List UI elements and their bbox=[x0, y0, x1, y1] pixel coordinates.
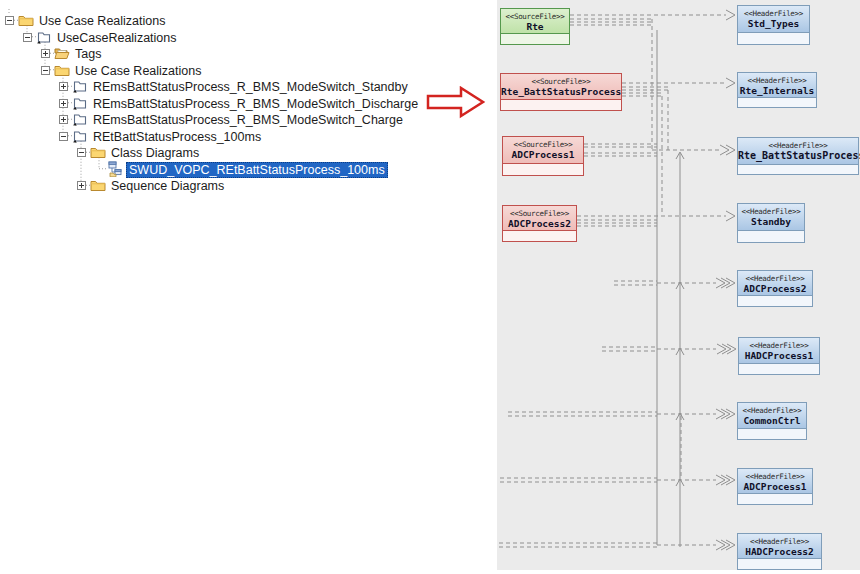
classifier-name: Rte_BattStatusProcess bbox=[501, 86, 621, 98]
tree-item-label[interactable]: SWUD_VOPC_REtBattStatusProcess_100ms bbox=[126, 162, 388, 178]
classifier-name: Rte_Internals bbox=[738, 85, 816, 97]
classifier-name: Rte bbox=[501, 21, 569, 33]
expander-plus-icon[interactable] bbox=[59, 99, 68, 108]
folder-open-icon bbox=[54, 45, 70, 61]
stereotype-label: <<HeaderFile>> bbox=[738, 403, 806, 415]
uml-header-file-commonctrl[interactable]: <<HeaderFile>>CommonCtrl bbox=[737, 402, 807, 440]
tree-item-label: REmsBattStatusProcess_R_BMS_ModeSwitch_D… bbox=[90, 96, 421, 112]
expander-plus-icon[interactable] bbox=[41, 49, 50, 58]
package-icon bbox=[72, 111, 88, 127]
expander-minus-icon[interactable] bbox=[23, 33, 32, 42]
stereotype-label: <<SourceFile>> bbox=[501, 9, 569, 21]
expander-plus-icon[interactable] bbox=[59, 115, 68, 124]
folder-closed-icon bbox=[18, 12, 34, 28]
uml-header-file-rte-battstatusprocess[interactable]: <<HeaderFile>>Rte_BattStatusProcess bbox=[737, 137, 859, 175]
model-explorer-tree[interactable]: Use Case RealizationsUseCaseRealizations… bbox=[0, 0, 497, 574]
tree-item-label: REtBattStatusProcess_100ms bbox=[90, 129, 264, 145]
uml-source-file-rte-battstatusprocess[interactable]: <<SourceFile>>Rte_BattStatusProcess bbox=[500, 73, 622, 111]
uml-header-file-hadcprocess1[interactable]: <<HeaderFile>>HADCProcess1 bbox=[738, 337, 820, 375]
package-icon bbox=[36, 29, 52, 45]
stereotype-label: <<HeaderFile>> bbox=[739, 338, 819, 350]
classifier-name: ADCProcess2 bbox=[738, 283, 812, 295]
tree-item-label: Use Case Realizations bbox=[36, 13, 168, 29]
classifier-name: ADCProcess2 bbox=[503, 218, 576, 230]
uml-source-file-rte[interactable]: <<SourceFile>>Rte bbox=[500, 8, 570, 45]
stereotype-label: <<HeaderFile>> bbox=[738, 271, 812, 283]
uml-header-file-adcprocess1[interactable]: <<HeaderFile>>ADCProcess1 bbox=[737, 468, 813, 505]
expander-plus-icon[interactable] bbox=[59, 82, 68, 91]
tree-item-label: Use Case Realizations bbox=[72, 63, 204, 79]
tree-item-label: Class Diagrams bbox=[108, 145, 202, 161]
folder-closed-icon bbox=[90, 177, 106, 193]
red-annotation-arrow bbox=[426, 86, 486, 120]
tree-item-label: REmsBattStatusProcess_R_BMS_ModeSwitch_S… bbox=[90, 79, 411, 95]
stereotype-label: <<HeaderFile>> bbox=[738, 534, 821, 546]
tree-item-label: Tags bbox=[72, 46, 104, 62]
stereotype-label: <<SourceFile>> bbox=[501, 74, 621, 86]
stereotype-label: <<SourceFile>> bbox=[503, 137, 583, 149]
classifier-name: Std_Types bbox=[738, 18, 809, 30]
expander-minus-icon[interactable] bbox=[59, 132, 68, 141]
classifier-name: Rte_BattStatusProcess bbox=[738, 150, 858, 162]
classifier-name: HADCProcess2 bbox=[738, 546, 821, 558]
uml-source-file-adcprocess2[interactable]: <<SourceFile>>ADCProcess2 bbox=[502, 205, 577, 242]
tree-item-label: REmsBattStatusProcess_R_BMS_ModeSwitch_C… bbox=[90, 112, 406, 128]
expander-minus-icon[interactable] bbox=[41, 66, 50, 75]
folder-closed-icon bbox=[90, 144, 106, 160]
stereotype-label: <<HeaderFile>> bbox=[738, 73, 816, 85]
package-icon bbox=[72, 95, 88, 111]
classifier-name: CommonCtrl bbox=[738, 415, 806, 427]
uml-header-file-rte-internals[interactable]: <<HeaderFile>>Rte_Internals bbox=[737, 72, 817, 108]
uml-header-file-std-types[interactable]: <<HeaderFile>>Std_Types bbox=[737, 5, 810, 45]
package-icon bbox=[72, 78, 88, 94]
class-diagram-icon bbox=[108, 161, 124, 177]
classifier-name: Standby bbox=[738, 216, 804, 228]
expander-plus-icon[interactable] bbox=[77, 181, 86, 190]
stereotype-label: <<HeaderFile>> bbox=[738, 469, 812, 481]
stereotype-label: <<HeaderFile>> bbox=[738, 6, 809, 18]
stereotype-label: <<HeaderFile>> bbox=[738, 138, 858, 150]
folder-closed-icon bbox=[54, 62, 70, 78]
classifier-name: ADCProcess1 bbox=[503, 149, 583, 161]
uml-header-file-adcprocess2[interactable]: <<HeaderFile>>ADCProcess2 bbox=[737, 270, 813, 307]
classifier-name: HADCProcess1 bbox=[739, 350, 819, 362]
expander-minus-icon[interactable] bbox=[77, 148, 86, 157]
stereotype-label: <<SourceFile>> bbox=[503, 206, 576, 218]
tree-item-label: Sequence Diagrams bbox=[108, 178, 227, 194]
tree-item-label: UseCaseRealizations bbox=[54, 30, 180, 46]
screenshot-root: Use Case RealizationsUseCaseRealizations… bbox=[0, 0, 860, 574]
uml-header-file-standby[interactable]: <<HeaderFile>>Standby bbox=[737, 203, 805, 243]
stereotype-label: <<HeaderFile>> bbox=[738, 204, 804, 216]
uml-header-file-hadcprocess2[interactable]: <<HeaderFile>>HADCProcess2 bbox=[737, 533, 822, 570]
uml-source-file-adcprocess1[interactable]: <<SourceFile>>ADCProcess1 bbox=[502, 136, 584, 176]
classifier-name: ADCProcess1 bbox=[738, 481, 812, 493]
package-icon bbox=[72, 128, 88, 144]
expander-minus-icon[interactable] bbox=[5, 16, 14, 25]
